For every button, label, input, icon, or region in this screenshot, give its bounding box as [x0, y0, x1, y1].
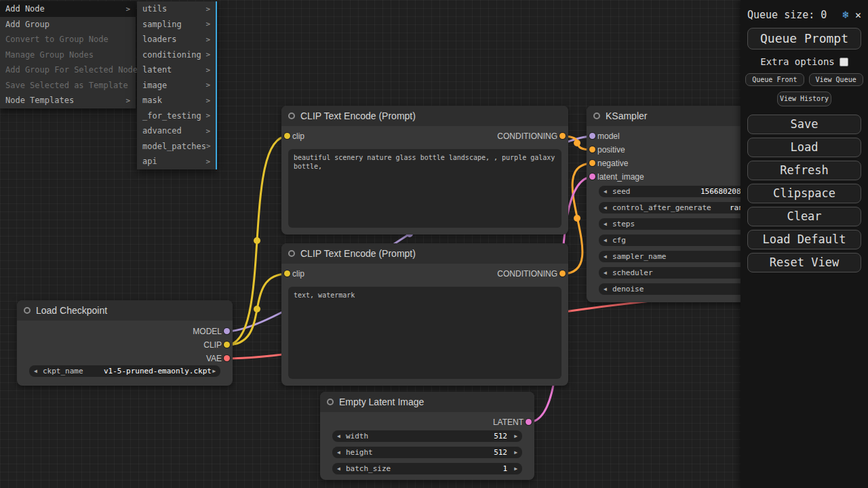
load-button[interactable]: Load [747, 138, 861, 157]
close-icon[interactable]: ✕ [855, 9, 861, 21]
save-button[interactable]: Save [747, 115, 861, 134]
output-model: MODEL [193, 325, 233, 338]
node-clip-text-encode-2[interactable]: CLIP Text Encode (Prompt) clip CONDITION… [281, 243, 568, 386]
height-widget[interactable]: ◀ height 512 ▶ [332, 447, 522, 458]
submenu-arrow-icon: > [205, 20, 210, 28]
submenu-item-latent[interactable]: latent > [137, 62, 216, 78]
collapse-dot-icon[interactable] [288, 113, 295, 119]
output-latent: LATENT [493, 415, 534, 429]
decrement-icon[interactable]: ◀ [604, 205, 607, 211]
submenu-item-sampling[interactable]: sampling > [137, 17, 216, 33]
refresh-button[interactable]: Refresh [747, 161, 861, 180]
vae-output-port[interactable] [224, 355, 230, 361]
view-history-button[interactable]: View History [777, 92, 831, 106]
decrement-icon[interactable]: ◀ [337, 449, 340, 456]
width-widget[interactable]: ◀ width 512 ▶ [332, 430, 522, 442]
submenu-item-model-patches[interactable]: model_patches > [137, 139, 216, 155]
input-latent-image: latent_image [587, 170, 644, 184]
queue-front-button[interactable]: Queue Front [745, 73, 804, 86]
prompt-textarea[interactable]: text, watermark [288, 287, 561, 379]
decrement-icon[interactable]: ◀ [604, 270, 607, 277]
conditioning-output-port[interactable] [559, 133, 566, 139]
node-empty-latent-image[interactable]: Empty Latent Image LATENT ◀ width 512 ▶ … [320, 392, 534, 480]
decrement-icon[interactable]: ◀ [604, 237, 607, 244]
submenu-item-api[interactable]: api > [137, 154, 216, 169]
negative-input-port[interactable] [589, 160, 595, 166]
decrement-icon[interactable]: ◀ [604, 221, 607, 228]
input-label: clip [292, 269, 304, 279]
decrement-icon[interactable]: ◀ [337, 433, 340, 440]
model-output-port[interactable] [224, 328, 230, 334]
submenu-item-loaders[interactable]: loaders > [137, 32, 216, 47]
decrement-icon[interactable]: ◀ [337, 466, 340, 472]
view-queue-button[interactable]: View Queue [809, 73, 863, 86]
node-header[interactable]: Empty Latent Image [320, 392, 534, 412]
input-label: negative [597, 159, 628, 168]
input-negative: negative [587, 157, 628, 170]
node-load-checkpoint[interactable]: Load Checkpoint MODEL CLIP VAE ◀ ckpt_na… [17, 300, 233, 386]
next-icon[interactable]: ▶ [212, 368, 216, 375]
submenu-item-mask[interactable]: mask > [137, 93, 216, 108]
input-positive: positive [587, 143, 625, 157]
clipspace-button[interactable]: Clipspace [747, 184, 861, 203]
menu-item-add-group[interactable]: Add Group [0, 17, 136, 33]
submenu-arrow-icon: > [205, 66, 210, 75]
increment-icon[interactable]: ▶ [514, 466, 517, 472]
output-label: LATENT [493, 418, 524, 427]
increment-icon[interactable]: ▶ [514, 449, 517, 456]
submenu-arrow-icon: > [205, 50, 210, 59]
load-default-button[interactable]: Load Default [747, 230, 861, 249]
decrement-icon[interactable]: ◀ [604, 286, 607, 293]
node-clip-text-encode-1[interactable]: CLIP Text Encode (Prompt) clip CONDITION… [281, 106, 568, 235]
submenu-item-utils[interactable]: utils > [137, 1, 216, 17]
previous-icon[interactable]: ◀ [34, 368, 37, 375]
clip-output-port[interactable] [224, 342, 230, 348]
settings-icon[interactable]: ❄ [842, 8, 849, 21]
submenu-arrow-icon: > [206, 142, 211, 150]
collapse-dot-icon[interactable] [327, 399, 334, 405]
batch-size-widget[interactable]: ◀ batch_size 1 ▶ [332, 463, 522, 474]
node-header[interactable]: CLIP Text Encode (Prompt) [281, 106, 568, 126]
collapse-dot-icon[interactable] [593, 113, 600, 119]
prompt-textarea[interactable]: beautiful scenery nature glass bottle la… [288, 149, 561, 228]
decrement-icon[interactable]: ◀ [604, 253, 607, 260]
submenu-item-conditioning[interactable]: conditioning > [137, 47, 216, 63]
submenu-item-image[interactable]: image > [137, 78, 216, 94]
extra-options-checkbox[interactable] [840, 58, 848, 66]
conditioning-output-port[interactable] [559, 270, 566, 277]
model-input-port[interactable] [589, 133, 595, 139]
latent-output-port[interactable] [526, 419, 532, 425]
submenu-item-advanced[interactable]: advanced > [137, 123, 216, 139]
clip-input-port[interactable] [284, 270, 290, 277]
output-conditioning: CONDITIONING [497, 129, 568, 143]
input-label: positive [597, 145, 625, 155]
node-title: CLIP Text Encode (Prompt) [300, 248, 416, 259]
input-clip: clip [281, 267, 304, 281]
node-header[interactable]: Load Checkpoint [17, 300, 233, 321]
output-label: MODEL [193, 327, 222, 336]
submenu-arrow-icon: > [205, 96, 210, 105]
queue-prompt-button[interactable]: Queue Prompt [747, 28, 861, 49]
latent-input-port[interactable] [589, 174, 595, 180]
clip-input-port[interactable] [284, 133, 290, 139]
input-clip: clip [281, 129, 304, 143]
ckpt-name-widget[interactable]: ◀ ckpt_name v1-5-pruned-emaonly.ckpt ▶ [29, 365, 220, 377]
submenu-arrow-icon: > [205, 35, 210, 44]
reset-view-button[interactable]: Reset View [747, 253, 861, 272]
collapse-dot-icon[interactable] [24, 307, 31, 314]
output-label: VAE [206, 354, 222, 363]
menu-item-add-node[interactable]: Add Node > [0, 1, 136, 17]
comfy-menu-panel: Queue size: 0 ❄ ✕ Queue Prompt Extra opt… [741, 0, 868, 488]
menu-item-node-templates[interactable]: Node Templates > [0, 93, 136, 108]
output-clip: CLIP [203, 338, 233, 352]
collapse-dot-icon[interactable] [288, 250, 295, 257]
input-label: latent_image [597, 172, 644, 182]
clear-button[interactable]: Clear [747, 207, 861, 226]
submenu-item-for-testing[interactable]: _for_testing > [137, 108, 216, 124]
positive-input-port[interactable] [589, 146, 595, 152]
output-vae: VAE [206, 352, 233, 365]
increment-icon[interactable]: ▶ [514, 433, 517, 440]
output-label: CONDITIONING [497, 131, 557, 141]
node-header[interactable]: CLIP Text Encode (Prompt) [281, 243, 568, 264]
decrement-icon[interactable]: ◀ [604, 188, 607, 195]
